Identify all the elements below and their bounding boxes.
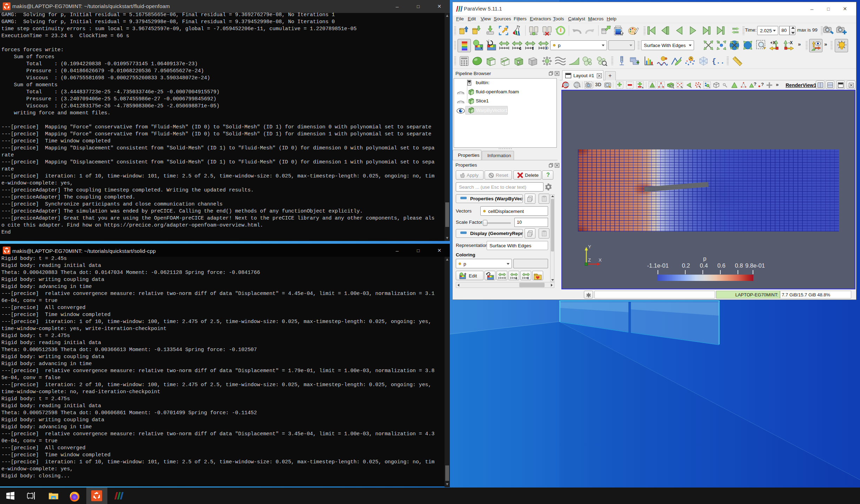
svg-text:c: c	[515, 276, 518, 280]
svg-text:2: 2	[489, 272, 491, 276]
svg-text:Y: Y	[588, 244, 591, 249]
svg-text:-X: -X	[788, 40, 793, 45]
svg-text:{...}: {...}	[712, 58, 724, 66]
svg-text:c: c	[519, 46, 521, 50]
svg-text:t: t	[532, 46, 534, 50]
svg-text:?: ?	[754, 81, 756, 87]
svg-text:?: ?	[761, 82, 764, 87]
